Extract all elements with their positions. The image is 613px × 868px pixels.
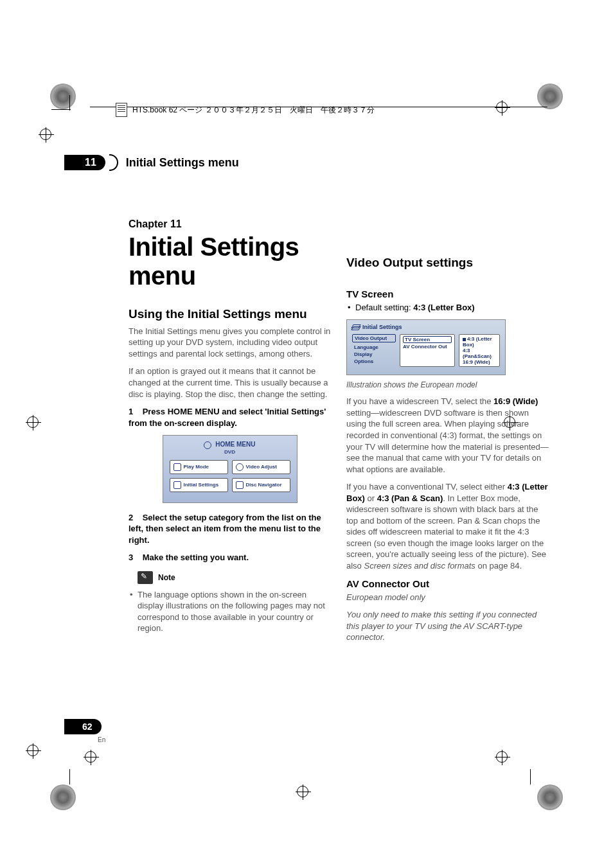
menu-item-disc-navigator: Disc Navigator bbox=[232, 478, 290, 492]
tab-bracket-icon bbox=[109, 154, 118, 171]
menu-item-play-mode: Play Mode bbox=[170, 460, 228, 474]
page-number-badge: 62 bbox=[64, 719, 102, 734]
menu-item-video-adjust: Video Adjust bbox=[232, 460, 290, 474]
note-bullet: The language options shown in the on-scr… bbox=[129, 589, 331, 634]
initial-settings-icon bbox=[173, 481, 181, 489]
chapter-tab: 11 Initial Settings menu bbox=[64, 154, 239, 171]
step-3: 3 Make the setting you want. bbox=[129, 552, 331, 563]
illustration-caption: Illustration shows the European model bbox=[346, 380, 549, 389]
pencil-icon bbox=[138, 571, 153, 584]
video-adjust-icon bbox=[236, 463, 244, 471]
widescreen-paragraph: If you have a widescreen TV, select the … bbox=[346, 396, 549, 475]
crop-line bbox=[69, 769, 70, 784]
clock-icon bbox=[204, 441, 211, 449]
selected-marker-icon bbox=[463, 338, 466, 341]
disc-navigator-icon bbox=[236, 481, 244, 489]
crosshair-l3 bbox=[26, 743, 41, 759]
step-2: 2 Select the setup category from the lis… bbox=[129, 512, 331, 546]
note-label: Note bbox=[158, 573, 175, 582]
menu-item-initial-settings: Initial Settings bbox=[170, 478, 228, 492]
crop-line bbox=[51, 109, 71, 110]
book-icon bbox=[116, 103, 127, 117]
intro-paragraph-2: If an option is grayed out it means that… bbox=[129, 366, 331, 400]
page-language: En bbox=[98, 736, 105, 743]
step-1: 1 Press HOME MENU and select 'Initial Se… bbox=[129, 406, 331, 429]
step-1-text: Press HOME MENU and select 'Initial Sett… bbox=[129, 407, 326, 428]
layers-icon bbox=[352, 324, 360, 330]
right-column: Video Output settings TV Screen Default … bbox=[346, 218, 549, 650]
home-menu-illustration: HOME MENU DVD Play Mode Video Adjust Ini… bbox=[163, 435, 298, 502]
book-header: HTS.book 62 ページ ２００３年２月２５日 火曜日 午後２時３７分 bbox=[116, 103, 375, 117]
crop-line bbox=[69, 95, 70, 111]
initial-settings-illustration: Initial Settings Video Output Language D… bbox=[346, 319, 506, 375]
settings-categories: Video Output Language Display Options bbox=[352, 334, 396, 367]
reg-mark-tr bbox=[537, 84, 563, 109]
section-using-initial-settings: Using the Initial Settings menu bbox=[129, 307, 331, 322]
crop-line bbox=[530, 769, 531, 784]
book-header-text: HTS.book 62 ページ ２００３年２月２５日 火曜日 午後２時３７分 bbox=[132, 105, 375, 116]
heading-tv-screen: TV Screen bbox=[346, 288, 549, 299]
crosshair-bl bbox=[84, 750, 99, 765]
reg-mark-tl bbox=[50, 84, 76, 109]
tab-title: Initial Settings menu bbox=[126, 156, 239, 170]
section-video-output: Video Output settings bbox=[346, 256, 549, 270]
tv-default-setting: Default setting: 4:3 (Letter Box) bbox=[346, 302, 549, 314]
note-header: Note bbox=[138, 571, 331, 584]
step-3-text: Make the setting you want. bbox=[143, 553, 249, 562]
step-number: 3 bbox=[129, 552, 140, 563]
settings-panel-title: Initial Settings bbox=[352, 324, 500, 330]
step-number: 2 bbox=[129, 512, 140, 524]
crosshair-l2 bbox=[26, 415, 41, 430]
chapter-label: Chapter 11 bbox=[129, 218, 331, 230]
crosshair-l1 bbox=[39, 127, 54, 143]
tab-number: 11 bbox=[64, 155, 105, 170]
crosshair-tr bbox=[495, 100, 510, 116]
heading-av-connector: AV Connector Out bbox=[346, 578, 549, 589]
main-title: Initial Settings menu bbox=[129, 233, 331, 290]
reg-mark-bl bbox=[50, 784, 76, 810]
intro-paragraph-1: The Initial Settings menu gives you comp… bbox=[129, 326, 331, 360]
conventional-tv-paragraph: If you have a conventional TV, select ei… bbox=[346, 481, 549, 571]
home-menu-title: HOME MENU DVD bbox=[170, 441, 290, 454]
step-2-text: Select the setup category from the list … bbox=[129, 513, 321, 545]
play-mode-icon bbox=[173, 463, 181, 471]
step-number: 1 bbox=[129, 406, 140, 418]
crosshair-br2 bbox=[495, 750, 510, 765]
crosshair-bc bbox=[296, 784, 311, 800]
reg-mark-br bbox=[537, 784, 563, 810]
av-connection-note: You only need to make this setting if yo… bbox=[346, 609, 549, 643]
settings-items: TV Screen AV Connector Out bbox=[400, 334, 455, 367]
av-european-note: European model only bbox=[346, 592, 549, 603]
settings-values: 4:3 (Letter Box) 4:3 (Pan&Scan) 16:9 (Wi… bbox=[459, 334, 500, 367]
left-column: Chapter 11 Initial Settings menu Using t… bbox=[129, 218, 331, 650]
